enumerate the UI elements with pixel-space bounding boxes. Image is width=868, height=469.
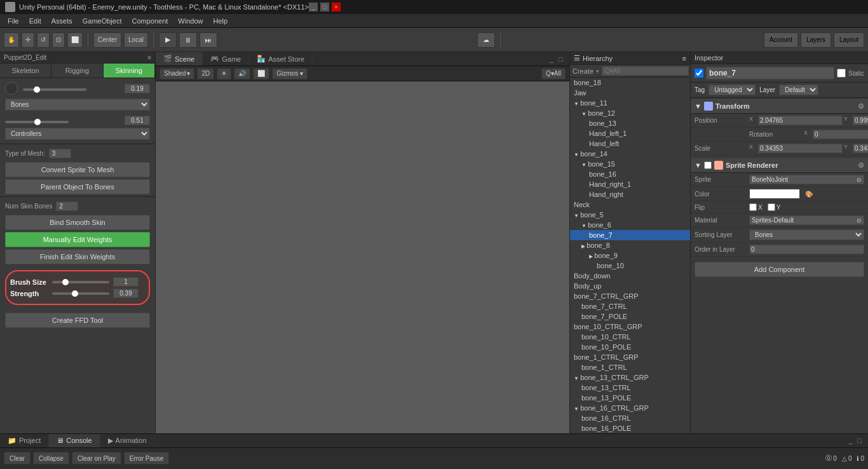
move-tool-button[interactable]: ✛ bbox=[22, 32, 34, 48]
play-button[interactable]: ▶ bbox=[159, 32, 177, 48]
collapse-button[interactable]: Collapse bbox=[33, 452, 69, 465]
color-picker-icon[interactable]: 🎨 bbox=[805, 191, 813, 198]
close-button[interactable]: × bbox=[332, 3, 341, 11]
layer-dropdown[interactable]: Default bbox=[779, 85, 818, 95]
create-label[interactable]: Create bbox=[573, 67, 593, 75]
sprite-dropdown[interactable]: BoneNoJoint ⊙ bbox=[749, 175, 864, 184]
list-item[interactable]: bone_16_CTRL bbox=[570, 413, 690, 423]
list-item[interactable]: Hand_left_1 bbox=[570, 128, 690, 139]
convert-sprite-button[interactable]: Convert Sprite To Mesh bbox=[5, 162, 150, 177]
list-item[interactable]: Body_down bbox=[570, 271, 690, 281]
list-item[interactable]: bone_12 bbox=[570, 108, 690, 118]
list-item[interactable]: bone_5 bbox=[570, 210, 690, 220]
list-item[interactable]: bone_10 bbox=[570, 261, 690, 271]
list-item[interactable]: bone_7_CTRL_GRP bbox=[570, 291, 690, 301]
manually-edit-button[interactable]: Manually Edit Weights bbox=[5, 232, 150, 247]
type-of-mesh-input[interactable] bbox=[49, 149, 71, 158]
tab-animation[interactable]: ▶ Animation bbox=[100, 434, 155, 447]
list-item[interactable]: bone_16_POLE bbox=[570, 423, 690, 433]
hierarchy-menu-icon[interactable]: ≡ bbox=[682, 55, 686, 62]
maximize-button[interactable]: □ bbox=[320, 3, 329, 11]
add-component-button[interactable]: Add Component bbox=[695, 262, 864, 277]
list-item-selected[interactable]: bone_7 bbox=[570, 230, 690, 240]
tab-asset-store[interactable]: 🏪 Asset Store bbox=[249, 52, 313, 65]
rect-tool-button[interactable]: ⬜ bbox=[67, 32, 83, 48]
tab-project[interactable]: 📁 Project bbox=[0, 434, 49, 447]
tab-skeleton[interactable]: Skeleton bbox=[0, 64, 51, 78]
material-dropdown[interactable]: Sprites-Default ⊙ bbox=[749, 215, 864, 225]
position-y-input[interactable] bbox=[853, 116, 868, 125]
list-item[interactable]: bone_14 bbox=[570, 149, 690, 159]
list-item[interactable]: bone_1_CTRL bbox=[570, 362, 690, 372]
gizmos-dropdown[interactable]: Gizmos ▾ bbox=[272, 68, 308, 79]
tag-dropdown[interactable]: Untagged bbox=[709, 85, 756, 95]
cloud-button[interactable]: ☁ bbox=[477, 32, 495, 48]
panel-menu-icon[interactable]: ≡ bbox=[147, 54, 151, 61]
tab-game[interactable]: 🎮 Game bbox=[203, 52, 249, 65]
viewport-minimize-icon[interactable]: _ bbox=[547, 55, 556, 63]
layout-dropdown[interactable]: Layout bbox=[834, 32, 864, 48]
list-item[interactable]: bone_1_CTRL_GRP bbox=[570, 352, 690, 362]
layers-dropdown[interactable]: Layers bbox=[801, 32, 831, 48]
static-checkbox[interactable] bbox=[837, 69, 846, 78]
position-x-input[interactable] bbox=[758, 116, 843, 125]
account-dropdown[interactable]: Account bbox=[764, 32, 798, 48]
effects-icon-btn[interactable]: ⬜ bbox=[253, 68, 269, 79]
list-item[interactable]: bone_10_CTRL_GRP bbox=[570, 322, 690, 332]
color-preview-circle[interactable] bbox=[5, 82, 18, 95]
list-item[interactable]: Jaw bbox=[570, 88, 690, 98]
list-item[interactable]: bone_16 bbox=[570, 169, 690, 179]
menu-gameobject[interactable]: GameObject bbox=[78, 16, 127, 26]
slider1[interactable] bbox=[23, 88, 86, 91]
list-item[interactable]: bone_11 bbox=[570, 98, 690, 108]
list-item[interactable]: bone_15 bbox=[570, 159, 690, 169]
all-search-btn[interactable]: Q▾All bbox=[541, 68, 566, 79]
bind-smooth-button[interactable]: Bind Smooth Skin bbox=[5, 215, 150, 230]
list-item[interactable]: bone_16_CTRL_GRP bbox=[570, 403, 690, 413]
order-input[interactable] bbox=[749, 245, 864, 254]
clear-on-play-button[interactable]: Clear on Play bbox=[72, 452, 121, 465]
menu-edit[interactable]: Edit bbox=[24, 16, 46, 26]
menu-window[interactable]: Window bbox=[173, 16, 208, 26]
2d-button[interactable]: 2D bbox=[197, 68, 214, 79]
list-item[interactable]: bone_9 bbox=[570, 250, 690, 261]
list-item[interactable]: bone_6 bbox=[570, 220, 690, 230]
tab-scene[interactable]: 🎬 Scene bbox=[156, 52, 203, 65]
create-ffd-button[interactable]: Create FFD Tool bbox=[5, 313, 150, 328]
tab-rigging[interactable]: Rigging bbox=[51, 64, 103, 78]
flip-x-checkbox[interactable] bbox=[749, 203, 757, 211]
strength-slider[interactable] bbox=[52, 292, 109, 295]
bones-dropdown[interactable]: Bones bbox=[5, 99, 150, 111]
object-name-input[interactable] bbox=[706, 67, 834, 79]
list-item[interactable]: bone_13_CTRL_GRP bbox=[570, 372, 690, 383]
slider2[interactable] bbox=[5, 121, 69, 123]
scale-x-input[interactable] bbox=[758, 144, 843, 153]
sprite-renderer-expand-icon[interactable]: ▼ bbox=[695, 161, 702, 169]
lighting-icon-btn[interactable]: ☀ bbox=[217, 68, 231, 79]
list-item[interactable]: Body_up bbox=[570, 281, 690, 291]
transform-expand-icon[interactable]: ▼ bbox=[695, 102, 702, 110]
tab-console[interactable]: 🖥 Console bbox=[49, 434, 100, 447]
list-item[interactable]: Neck bbox=[570, 200, 690, 210]
minimize-button[interactable]: _ bbox=[309, 3, 318, 11]
bottom-minimize-icon[interactable]: _ bbox=[846, 437, 855, 444]
list-item[interactable]: bone_13_CTRL bbox=[570, 383, 690, 393]
list-item[interactable]: bone_7_CTRL bbox=[570, 301, 690, 311]
scale-tool-button[interactable]: ⊡ bbox=[52, 32, 65, 48]
hierarchy-search[interactable] bbox=[602, 66, 689, 76]
rotate-tool-button[interactable]: ↺ bbox=[37, 32, 50, 48]
flip-y-checkbox[interactable] bbox=[768, 203, 775, 211]
pause-button[interactable]: ⏸ bbox=[179, 32, 197, 48]
controllers-dropdown[interactable]: Controllers bbox=[5, 128, 150, 140]
viewport-maximize-icon[interactable]: □ bbox=[556, 55, 566, 63]
step-button[interactable]: ⏭ bbox=[200, 32, 217, 48]
rotation-x-input[interactable] bbox=[813, 130, 868, 139]
menu-help[interactable]: Help bbox=[208, 16, 233, 26]
error-pause-button[interactable]: Error Pause bbox=[124, 452, 169, 465]
list-item[interactable]: Hand_right bbox=[570, 189, 690, 200]
finish-edit-button[interactable]: Finish Edit Skin Weights bbox=[5, 249, 150, 264]
center-toggle-button[interactable]: Center bbox=[93, 32, 121, 48]
list-item[interactable]: bone_18 bbox=[570, 78, 690, 88]
local-toggle-button[interactable]: Local bbox=[124, 32, 148, 48]
scale-y-input[interactable] bbox=[853, 144, 868, 153]
